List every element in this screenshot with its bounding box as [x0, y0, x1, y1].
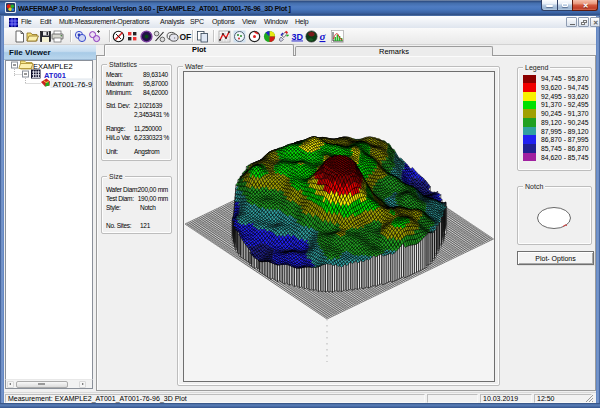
svg-text:σ: σ — [320, 30, 327, 42]
svg-text:OF: OF — [180, 32, 192, 42]
svg-text:3D: 3D — [292, 32, 304, 42]
